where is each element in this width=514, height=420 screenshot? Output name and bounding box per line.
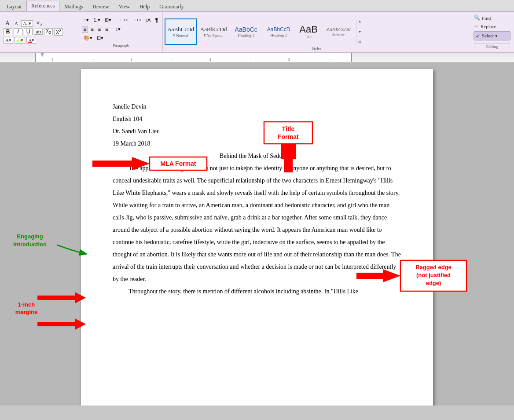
borders-button[interactable]: ⊡▾ (95, 34, 105, 42)
style-normal[interactable]: AaBbCcDd ¶ Normal (165, 18, 197, 45)
italic-button[interactable]: I (14, 28, 22, 35)
select-button[interactable]: ↙ Select ▾ (474, 31, 510, 40)
doc-header: Janelle Devin English 104 Dr. Sandi Van … (113, 101, 401, 150)
select-icon: ↙ (476, 33, 480, 39)
paragraph-section-label: Paragraph (82, 43, 160, 47)
style-heading1[interactable]: AaBbCc Heading 1 (230, 18, 262, 45)
show-formatting[interactable]: ¶ (153, 16, 160, 24)
font-size-decrease[interactable]: A (4, 20, 11, 27)
superscript-button[interactable]: X2 (54, 28, 63, 35)
bold-button[interactable]: B (4, 28, 12, 35)
style-heading2[interactable]: AaBbCcD Heading 2 (263, 18, 294, 45)
author-name: Janelle Devin (113, 101, 401, 113)
tab-help[interactable]: Help (135, 2, 154, 11)
numbering-button[interactable]: 1.▾ (92, 16, 102, 24)
multilevel-button[interactable]: ⊞▾ (103, 16, 113, 24)
tab-references[interactable]: References (26, 1, 59, 11)
align-justify[interactable]: ≡ (103, 26, 110, 33)
editing-group: 🔍 Find ↔ Replace ↙ Select ▾ Editing (470, 12, 514, 51)
align-right[interactable]: ≡ (96, 26, 103, 33)
increase-indent[interactable]: →↦ (130, 16, 143, 24)
strikethrough-button[interactable]: ab (34, 29, 43, 35)
font-group: A A Aa▾ ✕A B I U ab X2 X2 A▾ ab▾ A▾ (0, 12, 79, 51)
document-page: Janelle Devin English 104 Dr. Sandi Van … (81, 69, 433, 405)
font-color[interactable]: A▾ (26, 37, 36, 44)
style-title[interactable]: AaB Title (295, 18, 322, 45)
decrease-indent[interactable]: ←↦ (117, 16, 129, 24)
styles-group: AaBbCcDd ¶ Normal AaBbCcDd ¶ No Spac... … (163, 12, 470, 51)
find-button[interactable]: 🔍 Find (474, 15, 510, 21)
style-nospace[interactable]: AaBbCcDd ¶ No Spac... (198, 18, 229, 45)
bullets-button[interactable]: ≡▾ (82, 16, 91, 24)
ruler: 1 · 1 · 2 · 3 · (0, 53, 514, 62)
find-icon: 🔍 (474, 15, 480, 21)
replace-button[interactable]: ↔ Replace (474, 23, 510, 29)
underline-button[interactable]: U (24, 28, 33, 35)
date: 19 March 2018 (113, 138, 401, 150)
align-center[interactable]: ≡ (89, 26, 95, 33)
line-spacing[interactable]: ↕▾ (114, 26, 123, 33)
align-left[interactable]: ≡ (82, 26, 88, 33)
shading-button[interactable]: 🎨▾ (82, 34, 94, 42)
font-case[interactable]: Aa▾ (21, 20, 33, 27)
editing-section-label: Editing (474, 43, 510, 49)
text-effects[interactable]: A▾ (4, 37, 13, 44)
font-size-increase[interactable]: A (13, 21, 20, 26)
doc-body[interactable]: The appeal of wearing a mask is not just… (113, 162, 401, 298)
tab-view[interactable]: View (114, 2, 135, 11)
tab-grammarly[interactable]: Grammarly (154, 2, 188, 11)
instructor: Dr. Sandi Van Lieu (113, 125, 401, 138)
clear-format[interactable]: ✕A (36, 20, 43, 27)
replace-icon: ↔ (474, 23, 479, 29)
paragraph-group: ≡▾ 1.▾ ⊞▾ ←↦ →↦ ↕A ¶ ≡ ≡ ≡ ≡ ↕▾ 🎨▾ ⊡▾ Pa… (79, 12, 163, 51)
styles-scrollbar[interactable]: ▲ ▼ ⊞ (356, 18, 363, 45)
course: English 104 (113, 113, 401, 125)
essay-title: Behind the Mask of Seduction (113, 150, 401, 162)
tab-layout[interactable]: Layout (2, 2, 26, 11)
sort-button[interactable]: ↕A (143, 17, 153, 24)
highlight-color[interactable]: ab▾ (15, 37, 25, 44)
styles-section-label: Styles (312, 46, 321, 51)
tab-mailings[interactable]: Mailings (59, 2, 88, 11)
style-subtitle[interactable]: AaBbCcDd Subtitle (323, 18, 354, 45)
subscript-button[interactable]: X2 (44, 28, 53, 35)
tab-review[interactable]: Review (88, 2, 114, 11)
